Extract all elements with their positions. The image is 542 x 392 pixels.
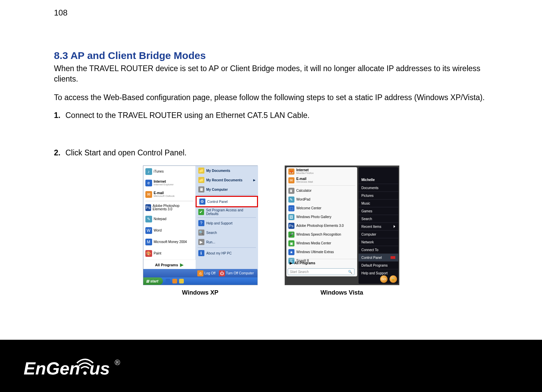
vista-search-box[interactable]: Start Search🔍 [288, 268, 354, 275]
vista-mru-item[interactable]: PsAdobe Photoshop Elements 3.0 [286, 221, 357, 230]
quicklaunch-icon[interactable] [172, 279, 177, 283]
vista-right-item[interactable]: Connect To [359, 246, 398, 253]
xp-footer-bar: ⎋Log Off ⏻Turn Off Computer [143, 269, 257, 277]
xp-mru-item[interactable]: ✎Notepad [143, 213, 195, 225]
power-icon: ⏻ [219, 270, 225, 276]
vista-mru-item[interactable]: 🎤Windows Speech Recognition [286, 230, 357, 239]
step-text: Click Start and open Control Panel. [65, 148, 488, 157]
vista-control-panel-item[interactable]: Control Panel [359, 253, 398, 261]
quicklaunch-icon[interactable] [179, 279, 184, 283]
folder-icon: 📁 [198, 168, 204, 174]
vista-mru-item[interactable]: 🖼Windows Photo Gallery [286, 213, 357, 221]
app-sublabel: Mozilla Firefox [296, 172, 314, 175]
paint-icon: 🎨 [145, 250, 152, 257]
vista-pinned-item[interactable]: ✉E-mailWindows Mail [286, 176, 357, 185]
logoff-button[interactable]: ⎋Log Off [197, 270, 216, 276]
menu-label: Run... [206, 240, 216, 244]
engenius-logo-icon: EnGen us ® [24, 356, 128, 379]
run-icon: ▶ [198, 239, 204, 245]
xp-mru-item[interactable]: MMicrosoft Money 2004 [143, 236, 195, 248]
vista-power-buttons: GO 🔒 [380, 275, 397, 283]
app-label: WordPad [296, 198, 311, 201]
vista-right-pane: Michelle Documents Pictures Music Games … [359, 167, 398, 284]
vista-pinned-item[interactable]: 🦊InternetMozilla Firefox [286, 167, 357, 176]
vista-right-item[interactable]: Computer [359, 230, 398, 238]
xp-right-item[interactable]: ?Help and Support [196, 218, 258, 228]
word-icon: W [145, 227, 152, 234]
xp-all-programs[interactable]: All Programs▶ [143, 260, 196, 270]
all-programs-label: All Programs [294, 261, 315, 265]
vista-mru-item[interactable]: 🖩Calculator [286, 186, 357, 195]
xp-mru-item[interactable]: PsAdobe Photoshop Elements 3.0 [143, 202, 195, 213]
xp-right-item[interactable]: ✔Set Program Access and Defaults [196, 207, 258, 217]
app-label: Windows Speech Recognition [296, 233, 341, 236]
xp-pinned-item[interactable]: ✉E-mailMicrosoft Outlook [143, 189, 195, 200]
menu-label: Search [206, 231, 217, 235]
xp-right-item[interactable]: 📁My Documents [196, 166, 258, 175]
help-icon: ? [198, 220, 204, 226]
vista-mru-item[interactable]: ▣Windows Media Center [286, 239, 357, 248]
shutdown-button[interactable]: ⏻Turn Off Computer [219, 270, 254, 276]
vista-right-item[interactable]: Search [359, 215, 398, 222]
xp-mru-item[interactable]: WWord [143, 225, 195, 236]
document-page: 108 8.3 AP and Client Bridge Modes When … [0, 0, 542, 392]
screenshot-windows-vista: 🦊InternetMozilla Firefox ✉E-mailWindows … [285, 165, 399, 296]
xp-right-item[interactable]: 📁My Recent Documents▶ [196, 175, 258, 185]
app-label: Microsoft Money 2004 [154, 240, 187, 244]
menu-label: About my HP PC [206, 251, 232, 255]
windows-flag-icon: ⊞ [146, 279, 149, 283]
app-label: Welcome Center [296, 207, 321, 210]
vista-power-button[interactable]: GO [380, 275, 388, 283]
itunes-icon: ♪ [145, 168, 152, 175]
app-label: Paint [154, 252, 162, 255]
vista-right-item[interactable]: Music [359, 199, 398, 207]
app-label: Notepad [154, 217, 167, 221]
xp-mru-item[interactable]: 🎨Paint [143, 248, 195, 259]
svg-text:®: ® [115, 358, 120, 367]
vista-right-item[interactable]: Default Programs [359, 261, 398, 269]
red-arrow-icon [391, 256, 395, 259]
vista-mru-item[interactable]: ★Windows Ultimate Extras [286, 248, 357, 257]
xp-pinned-item[interactable]: ♪iTunes [143, 166, 195, 177]
speech-icon: 🎤 [288, 232, 294, 238]
app-label: Adobe Photoshop Elements 3.0 [153, 204, 193, 211]
xp-right-pane: 📁My Documents 📁My Recent Documents▶ 🖥My … [196, 166, 258, 270]
vista-mru-item[interactable]: ✎WordPad [286, 195, 357, 204]
quicklaunch-icon[interactable] [166, 279, 170, 283]
vista-left-pane: 🦊InternetMozilla Firefox ✉E-mailWindows … [286, 167, 357, 276]
vista-start-menu: 🦊InternetMozilla Firefox ✉E-mailWindows … [285, 165, 399, 285]
page-number: 108 [54, 8, 488, 18]
menu-label: Network [362, 240, 374, 244]
vista-lock-button[interactable]: 🔒 [390, 275, 397, 283]
xp-start-button[interactable]: ⊞start [143, 277, 163, 285]
menu-label: My Recent Documents [206, 178, 243, 182]
app-label: Calculator [296, 189, 312, 192]
xp-right-item[interactable]: ℹAbout my HP PC [196, 248, 258, 258]
app-sublabel: Internet Explorer [154, 183, 174, 186]
media-center-icon: ▣ [288, 240, 294, 246]
vista-right-item[interactable]: Network [359, 238, 398, 246]
xp-right-item[interactable]: 🖥My Computer [196, 185, 258, 194]
screenshot-windows-xp: ♪iTunes eInternetInternet Explorer ✉E-ma… [143, 165, 258, 296]
menu-label: Help and Support [362, 271, 388, 275]
xp-right-item[interactable]: 🔍Search [196, 228, 258, 237]
vista-right-item[interactable]: Recent Items [359, 222, 398, 230]
xp-control-panel-item[interactable]: ⚙Control Panel [197, 197, 257, 206]
menu-label: Connect To [362, 248, 378, 252]
xp-right-item[interactable]: ▶Run... [196, 237, 258, 247]
search-icon: 🔍 [348, 270, 352, 274]
menu-label: Recent Items [362, 225, 381, 229]
xp-pinned-item[interactable]: eInternetInternet Explorer [143, 177, 195, 189]
vista-right-item[interactable]: Games [359, 207, 398, 215]
vista-mru-item[interactable]: ⬚Welcome Center [286, 204, 357, 213]
menu-label: Control Panel [207, 200, 228, 204]
app-label: Word [154, 229, 162, 232]
logoff-label: Log Off [204, 271, 216, 275]
xp-left-pane: ♪iTunes eInternetInternet Explorer ✉E-ma… [143, 166, 196, 270]
money-icon: M [145, 239, 152, 245]
vista-right-item[interactable]: Documents [359, 184, 398, 191]
vista-all-programs[interactable]: ▶All Programs [286, 259, 357, 267]
logoff-icon: ⎋ [197, 270, 203, 276]
vista-right-item[interactable]: Pictures [359, 191, 398, 199]
vista-user-name[interactable]: Michelle [359, 176, 398, 184]
